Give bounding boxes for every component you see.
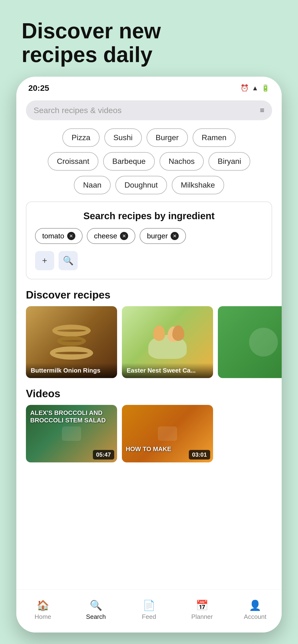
remove-tomato-button[interactable]: ✕ xyxy=(67,232,75,240)
alarm-icon: ⏰ xyxy=(240,84,249,92)
recipes-scroll: Buttermilk Onion Rings Easter Nest Sweet… xyxy=(16,306,282,385)
remove-burger-button[interactable]: ✕ xyxy=(171,232,179,240)
category-pizza[interactable]: Pizza xyxy=(62,128,99,147)
video-duration-cheese: 03:01 xyxy=(189,450,210,460)
discover-recipes-title: Discover recipes xyxy=(16,286,282,306)
nav-planner[interactable]: 📅 Planner xyxy=(184,600,220,620)
search-nav-icon: 🔍 xyxy=(90,600,102,611)
home-icon: 🏠 xyxy=(37,600,49,611)
category-row-3: Naan Doughnut Milkshake xyxy=(26,176,272,194)
recipe-card-onion-rings[interactable]: Buttermilk Onion Rings xyxy=(26,306,117,378)
video-card-broccoli[interactable]: ALEX'S BROCCOLI AND BROCCOLI STEM SALAD … xyxy=(26,405,117,462)
recipe-card-image-third xyxy=(218,306,282,378)
recipe-card-label-easter: Easter Nest Sweet Ca... xyxy=(122,363,213,378)
nav-feed[interactable]: 📄 Feed xyxy=(131,600,167,620)
ingredient-tag-burger[interactable]: burger ✕ xyxy=(140,228,186,244)
battery-icon: 🔋 xyxy=(261,84,270,92)
category-sushi[interactable]: Sushi xyxy=(104,128,142,147)
category-croissant[interactable]: Croissant xyxy=(48,152,98,170)
videos-section-title: Videos xyxy=(16,385,282,405)
category-row-2: Croissant Barbeque Nachos Biryani xyxy=(26,152,272,170)
search-bar[interactable]: Search recipes & videos ≡ xyxy=(26,100,272,120)
nav-home[interactable]: 🏠 Home xyxy=(25,600,61,620)
ingredient-tag-tomato[interactable]: tomato ✕ xyxy=(35,228,83,244)
nav-planner-label: Planner xyxy=(191,613,213,620)
ingredient-tags: tomato ✕ cheese ✕ burger ✕ xyxy=(35,228,263,244)
category-doughnut[interactable]: Doughnut xyxy=(115,176,167,194)
phone-frame: 20:25 ⏰ ▲ 🔋 Search recipes & videos ≡ Pi… xyxy=(16,77,282,632)
ingredient-tag-label: burger xyxy=(147,232,168,240)
ingredient-search-title: Search recipes by ingredient xyxy=(35,210,263,222)
ingredient-tag-label: tomato xyxy=(42,232,64,240)
planner-icon: 📅 xyxy=(196,600,208,611)
ingredient-tag-label: cheese xyxy=(94,232,117,240)
nav-home-label: Home xyxy=(35,613,51,620)
search-bar-placeholder: Search recipes & videos xyxy=(34,106,122,115)
search-ingredient-button[interactable]: 🔍 xyxy=(59,251,78,270)
remove-cheese-button[interactable]: ✕ xyxy=(120,232,128,240)
video-title-cheese: HOW TO MAKE xyxy=(126,446,171,453)
plus-icon: + xyxy=(42,256,47,266)
category-biryani[interactable]: Biryani xyxy=(209,152,250,170)
search-bar-container: Search recipes & videos ≡ xyxy=(16,96,282,126)
hero-title: Discover new recipes daily xyxy=(22,19,161,66)
filter-icon[interactable]: ≡ xyxy=(260,106,264,115)
category-naan[interactable]: Naan xyxy=(74,176,111,194)
category-row-1: Pizza Sushi Burger Ramen xyxy=(26,128,272,147)
recipe-card-label-onion: Buttermilk Onion Rings xyxy=(26,363,117,378)
wifi-icon: ▲ xyxy=(252,84,258,92)
category-nachos[interactable]: Nachos xyxy=(160,152,204,170)
status-bar: 20:25 ⏰ ▲ 🔋 xyxy=(16,77,282,96)
search-icon: 🔍 xyxy=(63,256,74,266)
nav-feed-label: Feed xyxy=(142,613,156,620)
ingredient-tag-cheese[interactable]: cheese ✕ xyxy=(87,228,135,244)
categories-container: Pizza Sushi Burger Ramen Croissant Barbe… xyxy=(16,126,282,199)
nav-account[interactable]: 👤 Account xyxy=(237,600,273,620)
recipe-card-easter[interactable]: Easter Nest Sweet Ca... xyxy=(122,306,213,378)
category-barbeque[interactable]: Barbeque xyxy=(103,152,155,170)
videos-scroll: ALEX'S BROCCOLI AND BROCCOLI STEM SALAD … xyxy=(16,405,282,462)
category-milkshake[interactable]: Milkshake xyxy=(172,176,224,194)
nav-account-label: Account xyxy=(244,613,266,620)
category-ramen[interactable]: Ramen xyxy=(193,128,236,147)
video-card-cheese[interactable]: HOW TO MAKE 03:01 xyxy=(122,405,213,462)
nav-search-label: Search xyxy=(86,613,106,620)
status-icons: ⏰ ▲ 🔋 xyxy=(240,84,270,92)
nav-search[interactable]: 🔍 Search xyxy=(78,600,114,620)
feed-icon: 📄 xyxy=(143,600,155,611)
video-title-broccoli: ALEX'S BROCCOLI AND BROCCOLI STEM SALAD xyxy=(26,405,117,428)
bottom-nav: 🏠 Home 🔍 Search 📄 Feed 📅 Planner 👤 Accou… xyxy=(16,590,282,632)
add-ingredient-button[interactable]: + xyxy=(35,251,54,270)
category-burger[interactable]: Burger xyxy=(146,128,188,147)
video-duration-broccoli: 05:47 xyxy=(93,450,114,460)
ingredient-actions: + 🔍 xyxy=(35,251,263,270)
recipe-card-third[interactable] xyxy=(218,306,282,378)
account-icon: 👤 xyxy=(249,600,261,611)
ingredient-search-box: Search recipes by ingredient tomato ✕ ch… xyxy=(26,202,272,279)
status-time: 20:25 xyxy=(28,84,49,93)
